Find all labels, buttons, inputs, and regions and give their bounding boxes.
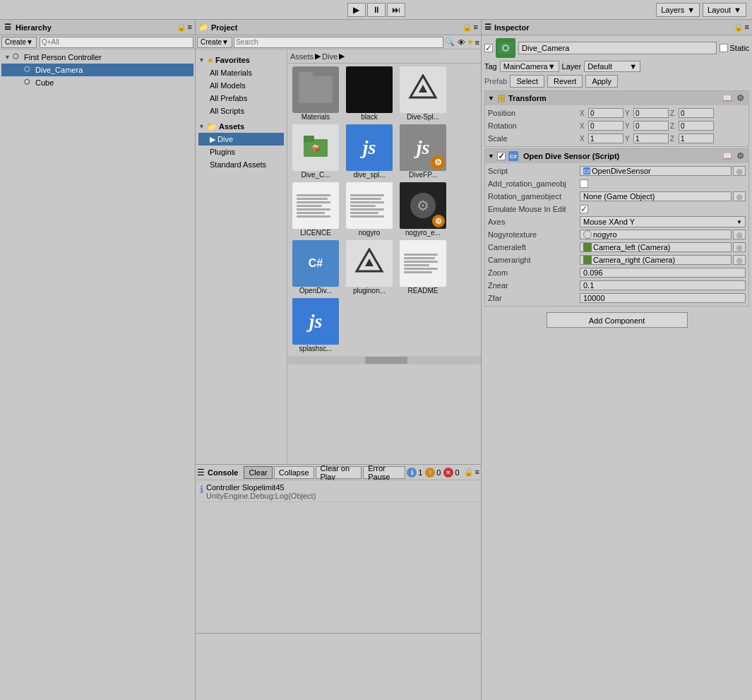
hierarchy-lock-icon[interactable]: 🔒 [177, 23, 186, 32]
hierarchy-menu-icon[interactable]: ≡ [188, 23, 192, 32]
script-icon: C# [508, 151, 518, 161]
asset-item-readme[interactable]: README [398, 240, 448, 295]
script-book-icon[interactable]: 📖 [722, 150, 733, 162]
scale-y-input[interactable] [633, 134, 669, 143]
project-lock-icon[interactable]: 🔒 [462, 23, 472, 32]
hierarchy-item-first-person-controller[interactable]: ⬡ First Person Controller [1, 51, 193, 64]
hierarchy-create-button[interactable]: Create ▼ [1, 37, 37, 48]
breadcrumb-dive[interactable]: Dive [322, 52, 338, 61]
position-x-input[interactable] [588, 108, 623, 118]
asset-item-pluginon[interactable]: pluginon... [344, 240, 395, 295]
sidebar-item-dive[interactable]: ▶ Dive [198, 133, 284, 146]
asset-item-nogyro-e[interactable]: ⚙ ⚙ nogyro_e... [398, 182, 448, 237]
layers-dropdown[interactable]: Layers ▼ [656, 3, 700, 17]
project-menu-icon[interactable]: ≡ [474, 23, 478, 32]
prefab-apply-button[interactable]: Apply [585, 75, 618, 88]
assets-header[interactable]: 📁 Assets [198, 120, 284, 133]
play-button[interactable]: ▶ [347, 3, 366, 17]
layer-dropdown[interactable]: Default ▼ [584, 61, 640, 72]
nogyrotexture-circle-btn[interactable]: ◎ [733, 230, 746, 239]
hierarchy-search-input[interactable] [40, 37, 193, 48]
script-gear-icon[interactable]: ⚙ [734, 150, 746, 162]
rotation-gameobj-circle-btn[interactable]: ◎ [733, 191, 746, 201]
position-z-input[interactable] [679, 108, 714, 118]
asset-item-opendiv[interactable]: C# OpenDiv... [290, 240, 341, 295]
sidebar-item-all-models[interactable]: All Models [198, 79, 284, 92]
static-checkbox-box[interactable] [720, 44, 728, 52]
sidebar-item-standard-assets[interactable]: Standard Assets [198, 158, 284, 171]
hierarchy-content: ⬡ First Person Controller ⬡ Dive_Camera … [0, 49, 195, 700]
static-checkbox[interactable]: Static [720, 44, 749, 52]
zfar-input[interactable] [580, 293, 746, 303]
sidebar-item-all-prefabs[interactable]: All Prefabs [198, 92, 284, 105]
asset-item-dive-c[interactable]: 📦 Dive_C... [290, 124, 341, 179]
project-create-button[interactable]: Create ▼ [197, 37, 232, 48]
console-lock-icon[interactable]: 🔒 [464, 468, 474, 477]
rotation-x-input[interactable] [588, 121, 623, 131]
info-icon: ℹ [200, 484, 203, 495]
asset-scrollbar[interactable] [287, 356, 481, 364]
inspector-lock-icon[interactable]: 🔒 [734, 23, 744, 32]
asset-item-nogyro[interactable]: nogyro [344, 182, 395, 237]
object-active-checkbox[interactable] [484, 44, 493, 52]
console-collapse-button[interactable]: Collapse [274, 466, 314, 479]
hierarchy-item-cube[interactable]: ⬡ Cube [1, 76, 193, 89]
asset-item-black[interactable]: black [344, 66, 395, 121]
axes-select[interactable]: Mouse XAnd Y ▼ [580, 216, 746, 227]
transform-book-icon[interactable]: 📖 [722, 93, 733, 104]
scale-z-input[interactable] [679, 134, 714, 143]
rotation-z-input[interactable] [679, 121, 714, 131]
asset-item-dive-spl[interactable]: Dive-Spl... [398, 66, 448, 121]
hierarchy-opts: 🔒 ≡ [177, 23, 192, 32]
asset-item-materials[interactable]: Materials [290, 66, 341, 121]
sidebar-item-plugins[interactable]: Plugins [198, 146, 284, 158]
layout-dropdown[interactable]: Layout ▼ [703, 3, 746, 17]
position-y-input[interactable] [633, 108, 669, 118]
inspector-menu-icon[interactable]: ≡ [745, 23, 749, 32]
nogyrotexture-field[interactable]: nogyro [580, 230, 732, 239]
step-button[interactable]: ⏭ [387, 3, 405, 17]
script-circle-btn[interactable]: ◎ [733, 166, 746, 176]
console-clear-button[interactable]: Clear [244, 466, 272, 479]
scrollbar-thumb[interactable] [365, 357, 407, 364]
rotation-gameobject-field[interactable]: None (Game Object) [580, 191, 732, 201]
tag-dropdown[interactable]: MainCamera ▼ [500, 61, 559, 72]
favorites-header[interactable]: ★ Favorites [198, 54, 284, 66]
cameraleft-field[interactable]: Camera_left (Camera) [580, 242, 732, 252]
cameraright-circle-btn[interactable]: ◎ [733, 255, 746, 265]
console-error-pause-button[interactable]: Error Pause [363, 466, 405, 479]
rotation-y-input[interactable] [633, 121, 669, 131]
cameraleft-circle-btn[interactable]: ◎ [733, 242, 746, 252]
project-search-input[interactable] [234, 37, 443, 48]
console-entry[interactable]: ℹ Controller Slopelimit45 UnityEngine.De… [197, 482, 479, 502]
eye-icon[interactable]: 👁 [458, 38, 465, 47]
breadcrumb-assets[interactable]: Assets [290, 52, 314, 61]
script-field[interactable]: C# OpenDiveSensor [580, 166, 732, 176]
add-component-button[interactable]: Add Component [547, 312, 688, 328]
star-icon[interactable]: ★ [467, 37, 474, 47]
add-rotation-checkbox[interactable] [580, 179, 588, 188]
emulate-mouse-checkbox[interactable] [580, 205, 588, 213]
pause-button[interactable]: ⏸ [367, 3, 386, 17]
asset-item-dive-spl-js[interactable]: js dive_spl... [344, 124, 395, 179]
console-clear-on-play-button[interactable]: Clear on Play [316, 466, 362, 479]
zoom-input[interactable] [580, 268, 746, 278]
asset-item-divefp[interactable]: js ⚙ DiveFP... [398, 124, 448, 179]
sidebar-item-all-materials[interactable]: All Materials [198, 66, 284, 79]
transform-gear-icon[interactable]: ⚙ [734, 93, 746, 104]
menu-icon[interactable]: ≡ [475, 38, 479, 47]
prefab-select-button[interactable]: Select [510, 75, 544, 88]
scale-x-input[interactable] [588, 134, 623, 143]
console-menu-icon[interactable]: ≡ [475, 468, 479, 477]
transform-header[interactable]: ▼ ⊞ Transform 📖 ⚙ [485, 91, 748, 105]
sidebar-item-all-scripts[interactable]: All Scripts [198, 105, 284, 117]
open-dive-sensor-header[interactable]: ▼ C# Open Dive Sensor (Script) 📖 ⚙ [485, 149, 748, 163]
object-name-field[interactable]: Dive_Camera [518, 42, 717, 54]
cameraright-field[interactable]: Camera_right (Camera) [580, 255, 732, 265]
component-active-checkbox[interactable] [497, 152, 506, 160]
asset-item-licence[interactable]: LICENCE [290, 182, 341, 237]
znear-input[interactable] [580, 280, 746, 290]
asset-item-splashsc[interactable]: js splashsc... [290, 298, 341, 353]
hierarchy-item-dive-camera[interactable]: ⬡ Dive_Camera [1, 64, 193, 76]
prefab-revert-button[interactable]: Revert [547, 75, 583, 88]
